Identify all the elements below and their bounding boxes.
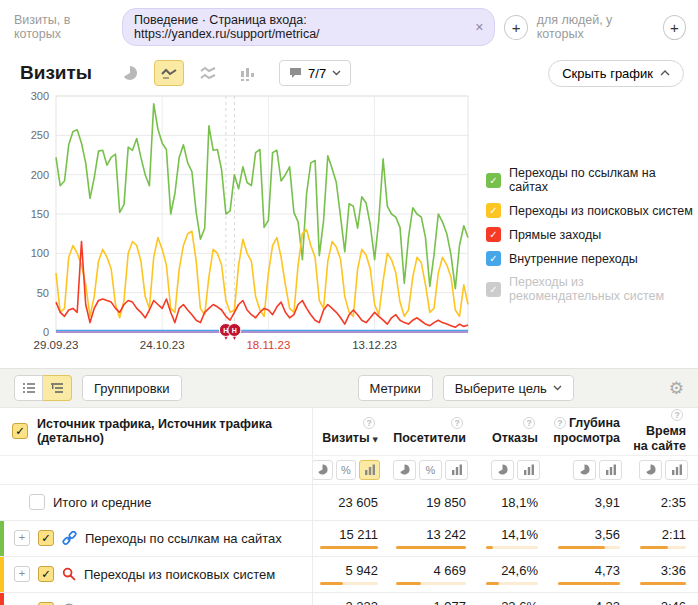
legend-checkbox-icon[interactable]: ✓: [486, 173, 501, 188]
metric-value: 19 850: [390, 495, 466, 510]
metric-cell: 18,1%: [478, 491, 550, 514]
row-checkbox[interactable]: ✓: [38, 530, 54, 546]
search-icon: [62, 567, 76, 581]
pie-view-icon[interactable]: [393, 460, 416, 480]
legend-item[interactable]: ✓ Прямые заходы: [486, 227, 698, 242]
select-all-checkbox[interactable]: ✓: [12, 423, 28, 439]
table-row: Итого и средние23 60519 85018,1%3,912:35: [0, 484, 698, 520]
metric-bar: [486, 582, 538, 585]
legend-checkbox-icon[interactable]: ✓: [486, 251, 501, 266]
legend-item[interactable]: ✓ Переходы по ссылкам на сайтах: [486, 166, 698, 194]
sort-desc-icon: ▼: [373, 436, 378, 444]
metric-value: 14,1%: [478, 527, 538, 542]
column-header[interactable]: ?Глубина просмотра: [550, 416, 632, 447]
metric-value: 3:36: [632, 563, 686, 578]
stacked-area-chart-type-icon[interactable]: [193, 60, 223, 86]
groupings-button[interactable]: Группировки: [82, 375, 182, 401]
metric-value: 2:46: [632, 599, 686, 605]
row-label[interactable]: Переходы по ссылкам на сайтах: [85, 531, 282, 546]
percent-view-icon[interactable]: %: [419, 460, 442, 480]
metric-value: 5 942: [312, 563, 378, 578]
metric-bar: [320, 546, 378, 549]
row-label[interactable]: Переходы из поисковых систем: [84, 567, 275, 582]
help-icon[interactable]: ?: [554, 417, 566, 429]
gear-icon[interactable]: ⚙: [669, 378, 684, 398]
metric-cell: 19 850: [390, 491, 478, 514]
pie-view-icon[interactable]: [639, 460, 662, 480]
visits-line-chart[interactable]: 05010015020025030029.09.2324.10.2318.11.…: [16, 90, 476, 360]
expand-button[interactable]: +: [14, 566, 30, 582]
column-header[interactable]: ?Визиты▼: [312, 416, 390, 447]
bars-view-icon[interactable]: [599, 460, 622, 480]
pie-view-icon[interactable]: [491, 460, 514, 480]
dimension-cell: ✓Прямые заходы: [0, 593, 312, 605]
metric-view-row: %%: [0, 455, 698, 484]
percent-view-icon[interactable]: %: [336, 460, 357, 480]
metrics-button[interactable]: Метрики: [358, 375, 433, 401]
row-checkbox[interactable]: [29, 494, 45, 510]
row-label[interactable]: Итого и средние: [53, 495, 151, 510]
table-row: +✓Переходы из поисковых систем5 9424 669…: [0, 556, 698, 592]
view-toggle: [14, 375, 72, 401]
metric-cell: 15 211: [312, 523, 390, 553]
help-icon[interactable]: ?: [451, 417, 463, 429]
column-header[interactable]: ?Время на сайте: [632, 408, 698, 455]
list-view-icon[interactable]: [14, 375, 43, 401]
legend-item[interactable]: ✓ Внутренние переходы: [486, 251, 698, 266]
link-icon: [62, 531, 77, 546]
svg-text:200: 200: [31, 169, 49, 181]
pie-view-icon[interactable]: [573, 460, 596, 480]
bars-view-icon[interactable]: [665, 460, 688, 480]
choose-goal-button[interactable]: Выберите цель: [443, 375, 574, 401]
filter-chip-entry-page[interactable]: Поведение · Страница входа: https://yand…: [122, 8, 495, 46]
legend-item[interactable]: ✓ Переходы из поисковых систем: [486, 203, 698, 218]
legend-checkbox-icon[interactable]: ✓: [486, 203, 501, 218]
metric-value: 22,6%: [478, 599, 538, 605]
legend-checkbox-icon[interactable]: ✓: [486, 282, 501, 297]
metric-cell: 2:46: [632, 595, 698, 605]
metric-cell: 3:36: [632, 559, 698, 589]
metric-value: 4,33: [550, 599, 620, 605]
metric-bar: [558, 546, 620, 549]
pie-view-icon[interactable]: [312, 460, 333, 480]
legend-label: Прямые заходы: [509, 228, 601, 242]
svg-text:50: 50: [37, 287, 49, 299]
table-header-row: ✓ Источник трафика, Источник трафика (де…: [0, 408, 698, 455]
row-checkbox[interactable]: ✓: [38, 566, 54, 582]
dimension-cell: +✓Переходы из поисковых систем: [0, 557, 312, 592]
table-toolbar: Группировки Метрики Выберите цель ⚙: [0, 368, 698, 408]
tree-view-icon[interactable]: [43, 375, 72, 401]
series-color-strip: [0, 593, 4, 605]
legend-item[interactable]: ✓ Переходы из рекомендательных систем: [486, 275, 698, 303]
svg-text:250: 250: [31, 129, 49, 141]
close-icon[interactable]: ×: [475, 20, 483, 34]
expand-button[interactable]: +: [14, 530, 30, 546]
chevron-down-icon: [553, 385, 562, 391]
pie-chart-type-icon[interactable]: [115, 60, 145, 86]
bars-view-icon[interactable]: [445, 460, 468, 480]
table-row: +✓Переходы по ссылкам на сайтах15 21113 …: [0, 520, 698, 556]
add-people-condition-button[interactable]: +: [663, 15, 686, 40]
metric-cell: 13 242: [390, 523, 478, 553]
bars-view-icon[interactable]: [517, 460, 540, 480]
metric-cell: 14,1%: [478, 523, 550, 553]
visits-filter-label: Визиты, в которых: [14, 13, 113, 41]
help-icon[interactable]: ?: [523, 417, 535, 429]
line-chart-type-icon[interactable]: [154, 60, 184, 86]
help-icon[interactable]: ?: [671, 409, 683, 421]
column-header[interactable]: ?Посетители: [390, 416, 478, 447]
help-icon[interactable]: ?: [363, 417, 375, 429]
bars-view-icon[interactable]: [359, 460, 380, 480]
filter-chip-text: Поведение · Страница входа: https://yand…: [134, 13, 468, 41]
metric-value: 3,56: [550, 527, 620, 542]
dimension-cell: Итого и средние: [0, 485, 312, 520]
hide-chart-button[interactable]: Скрыть график: [548, 60, 684, 87]
segments-button[interactable]: 7/7: [279, 60, 351, 86]
chevron-up-icon: [660, 70, 670, 76]
add-visit-condition-button[interactable]: +: [504, 15, 527, 40]
column-chart-type-icon[interactable]: [232, 60, 262, 86]
comment-icon: [289, 67, 302, 79]
column-header[interactable]: ?Отказы: [478, 416, 550, 447]
metric-cell: 1 977: [390, 595, 478, 605]
legend-checkbox-icon[interactable]: ✓: [486, 227, 501, 242]
